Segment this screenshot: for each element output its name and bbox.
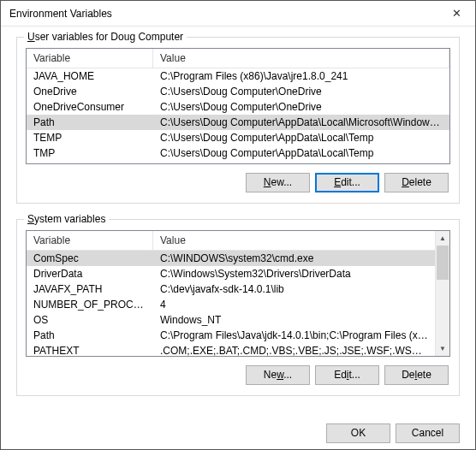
cell-value: C:\Windows\System32\Drivers\DriverData [153, 267, 435, 281]
system-new-button[interactable]: New... [246, 365, 310, 385]
column-value[interactable]: Value [153, 231, 449, 250]
cell-value: C:\Users\Doug Computer\OneDrive [153, 85, 449, 98]
table-row[interactable]: PathC:\Program Files\Java\jdk-14.0.1\bin… [27, 328, 435, 343]
system-edit-button[interactable]: Edit... [315, 365, 379, 385]
cell-value: .COM;.EXE;.BAT;.CMD;.VBS;.VBE;.JS;.JSE;.… [153, 344, 435, 357]
scroll-thumb[interactable] [437, 246, 449, 280]
system-variables-group: System variables Variable Value ComSpecC… [16, 219, 460, 396]
table-row[interactable]: PathC:\Users\Doug Computer\AppData\Local… [27, 115, 449, 130]
table-row[interactable]: ComSpecC:\WINDOWS\system32\cmd.exe [27, 251, 435, 266]
scroll-track[interactable] [436, 246, 449, 341]
close-button[interactable]: ✕ [437, 1, 475, 27]
cell-variable: DriverData [27, 267, 153, 281]
table-row[interactable]: OneDriveC:\Users\Doug Computer\OneDrive [27, 84, 449, 99]
dialog-content: User variables for Doug Computer Variabl… [1, 27, 475, 418]
dialog-buttons-row: OK Cancel [1, 418, 475, 450]
user-variables-list[interactable]: Variable Value JAVA_HOMEC:\Program Files… [26, 48, 450, 164]
user-variables-legend: User variables for Doug Computer [24, 31, 187, 43]
scroll-up-icon[interactable]: ▲ [436, 231, 449, 246]
system-variables-legend: System variables [24, 213, 109, 225]
cell-value: C:\Users\Doug Computer\AppData\Local\Mic… [153, 115, 449, 129]
table-row[interactable]: TEMPC:\Users\Doug Computer\AppData\Local… [27, 130, 449, 145]
scroll-down-icon[interactable]: ▼ [436, 341, 449, 356]
column-variable[interactable]: Variable [27, 231, 153, 250]
system-buttons-row: New... Edit... Delete [26, 357, 450, 387]
table-row[interactable]: TMPC:\Users\Doug Computer\AppData\Local\… [27, 145, 449, 161]
close-icon: ✕ [452, 7, 461, 20]
cell-value: C:\dev\javafx-sdk-14.0.1\lib [153, 282, 435, 296]
cell-variable: JAVAFX_PATH [27, 282, 153, 296]
scrollbar[interactable]: ▲ ▼ [435, 231, 449, 356]
cell-variable: JAVA_HOME [27, 69, 153, 83]
cell-variable: TEMP [27, 131, 153, 145]
cell-variable: Path [27, 115, 153, 129]
ok-button[interactable]: OK [326, 423, 390, 443]
list-header: Variable Value [27, 231, 449, 251]
user-edit-button[interactable]: Edit... [315, 173, 379, 192]
cell-value: C:\Users\Doug Computer\AppData\Local\Tem… [153, 131, 449, 145]
cell-value: C:\Program Files\Java\jdk-14.0.1\bin;C:\… [153, 329, 435, 342]
system-delete-button[interactable]: Delete [384, 365, 449, 385]
cell-variable: OneDriveConsumer [27, 100, 153, 114]
cancel-button[interactable]: Cancel [396, 423, 460, 443]
cell-value: C:\Users\Doug Computer\AppData\Local\Tem… [153, 146, 449, 160]
table-row[interactable]: DriverDataC:\Windows\System32\Drivers\Dr… [27, 266, 435, 281]
user-variables-group: User variables for Doug Computer Variabl… [16, 37, 460, 204]
window-title: Environment Variables [9, 8, 112, 20]
cell-value: C:\Program Files (x86)\Java\jre1.8.0_241 [153, 69, 449, 83]
table-row[interactable]: OSWindows_NT [27, 312, 435, 328]
table-row[interactable]: NUMBER_OF_PROCESSORS4 [27, 297, 435, 312]
user-delete-button[interactable]: Delete [384, 173, 449, 192]
cell-variable: ComSpec [27, 252, 153, 265]
table-row[interactable]: JAVAFX_PATHC:\dev\javafx-sdk-14.0.1\lib [27, 281, 435, 297]
cell-value: Windows_NT [153, 313, 435, 327]
cell-variable: Path [27, 329, 153, 342]
table-row[interactable]: OneDriveConsumerC:\Users\Doug Computer\O… [27, 99, 449, 115]
cell-value: 4 [153, 298, 435, 311]
column-value[interactable]: Value [153, 49, 449, 68]
cell-variable: OneDrive [27, 85, 153, 98]
cell-variable: OS [27, 313, 153, 327]
column-variable[interactable]: Variable [27, 49, 153, 68]
table-row[interactable]: PATHEXT.COM;.EXE;.BAT;.CMD;.VBS;.VBE;.JS… [27, 343, 435, 357]
titlebar: Environment Variables ✕ [1, 1, 475, 27]
table-row[interactable]: JAVA_HOMEC:\Program Files (x86)\Java\jre… [27, 68, 449, 84]
cell-value: C:\Users\Doug Computer\OneDrive [153, 100, 449, 114]
system-variables-list[interactable]: Variable Value ComSpecC:\WINDOWS\system3… [26, 230, 450, 357]
list-header: Variable Value [27, 49, 449, 68]
cell-variable: PATHEXT [27, 344, 153, 357]
user-buttons-row: New... Edit... Delete [26, 164, 450, 194]
cell-variable: TMP [27, 146, 153, 160]
user-new-button[interactable]: New... [246, 173, 310, 192]
cell-variable: NUMBER_OF_PROCESSORS [27, 298, 153, 311]
cell-value: C:\WINDOWS\system32\cmd.exe [153, 252, 435, 265]
